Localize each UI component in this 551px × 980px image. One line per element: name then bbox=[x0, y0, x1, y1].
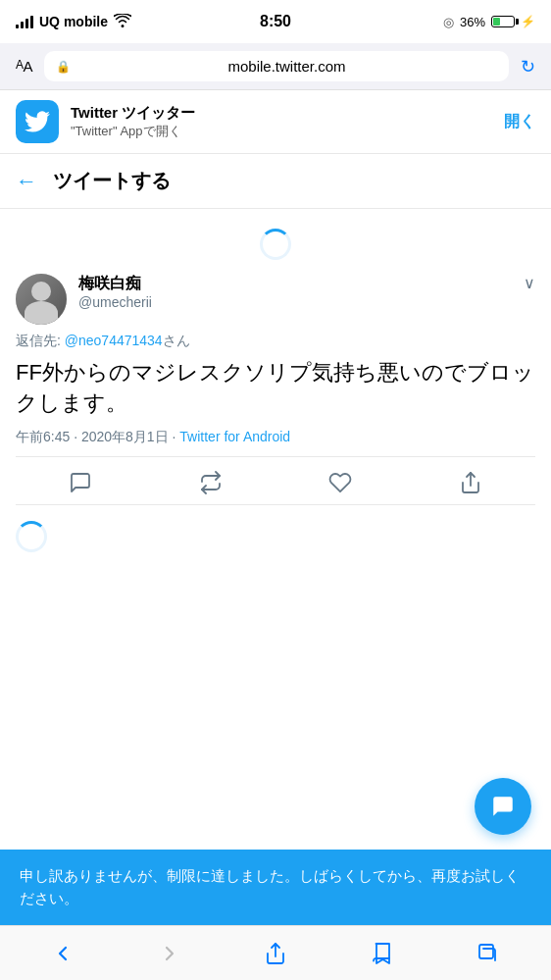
tweet-time: 午前6:45 · 2020年8月1日 · bbox=[16, 429, 179, 444]
user-info: 梅咲白痴 @umecherii bbox=[78, 274, 512, 310]
status-bar: UQ mobile 8:50 ◎ 36% ⚡ bbox=[0, 0, 551, 43]
lock-icon: 🔒 bbox=[56, 60, 71, 74]
twitter-logo bbox=[16, 100, 59, 143]
reply-icon bbox=[69, 471, 92, 494]
tabs-icon bbox=[476, 942, 500, 965]
share-action-button[interactable] bbox=[459, 471, 482, 494]
back-button[interactable]: ← bbox=[16, 169, 37, 194]
twitter-banner-title: Twitter ツイッター bbox=[71, 104, 492, 123]
wifi-icon bbox=[114, 14, 131, 30]
tweet-divider bbox=[16, 456, 535, 457]
error-banner: 申し訳ありませんが、制限に達しました。しばらくしてから、再度お試しください。 bbox=[0, 850, 551, 925]
browser-tabs-button[interactable] bbox=[464, 934, 513, 973]
username: @umecherii bbox=[78, 294, 512, 310]
chevron-down-icon[interactable]: ∨ bbox=[524, 274, 535, 292]
browser-forward-button[interactable] bbox=[145, 934, 194, 973]
like-action-button[interactable] bbox=[328, 471, 352, 494]
browser-share-button[interactable] bbox=[251, 934, 300, 973]
reload-button[interactable]: ↻ bbox=[521, 56, 535, 77]
heart-icon bbox=[328, 471, 352, 494]
loading-spinner-top bbox=[16, 221, 535, 264]
spinner-mid bbox=[16, 521, 47, 552]
battery-icon bbox=[491, 16, 515, 27]
retweet-icon bbox=[199, 471, 223, 494]
status-battery-area: ◎ 36% ⚡ bbox=[443, 15, 535, 29]
forward-chevron-icon bbox=[158, 942, 181, 965]
reply-action-button[interactable] bbox=[69, 471, 92, 494]
url-text: mobile.twitter.com bbox=[76, 58, 497, 75]
twitter-banner-info: Twitter ツイッター "Twitter" Appで開く bbox=[71, 104, 492, 140]
twitter-app-banner: Twitter ツイッター "Twitter" Appで開く 開く bbox=[0, 90, 551, 154]
status-time: 8:50 bbox=[260, 13, 291, 30]
back-chevron-icon bbox=[51, 942, 75, 965]
aa-button[interactable]: AA bbox=[16, 58, 32, 75]
open-app-button[interactable]: 開く bbox=[504, 112, 535, 132]
share-up-icon bbox=[264, 942, 287, 965]
twitter-bird-icon bbox=[25, 109, 50, 134]
tweet-area: 梅咲白痴 @umecherii ∨ 返信先: @neo74471434さん FF… bbox=[0, 209, 551, 505]
compose-icon bbox=[490, 794, 516, 819]
location-icon: ◎ bbox=[443, 15, 454, 29]
compose-button[interactable] bbox=[475, 778, 531, 835]
battery-percent: 36% bbox=[460, 15, 485, 29]
tweet-meta: 午前6:45 · 2020年8月1日 · Twitter for Android bbox=[16, 429, 535, 446]
twitter-banner-subtitle: "Twitter" Appで開く bbox=[71, 123, 492, 140]
page-header: ← ツイートする bbox=[0, 154, 551, 209]
tweet-text: FF外からのマジレスクソリプ気持ち悪いのでブロックします。 bbox=[16, 358, 535, 419]
retweet-action-button[interactable] bbox=[199, 471, 223, 494]
status-carrier: UQ mobile bbox=[16, 14, 133, 30]
reply-to: 返信先: @neo74471434さん bbox=[16, 333, 535, 350]
share-icon bbox=[459, 471, 482, 494]
tweet-source-link[interactable]: Twitter for Android bbox=[179, 429, 290, 444]
action-bar bbox=[16, 461, 535, 505]
browser-address-bar[interactable]: AA 🔒 mobile.twitter.com ↻ bbox=[0, 43, 551, 90]
url-bar[interactable]: 🔒 mobile.twitter.com bbox=[44, 51, 509, 81]
user-avatar[interactable] bbox=[16, 274, 67, 325]
svg-rect-2 bbox=[479, 945, 493, 958]
browser-bookmarks-button[interactable] bbox=[357, 934, 406, 973]
page-title: ツイートする bbox=[53, 168, 171, 194]
charging-icon: ⚡ bbox=[521, 15, 535, 28]
book-icon bbox=[370, 942, 393, 965]
loading-spinner-mid bbox=[0, 505, 551, 552]
signal-icon bbox=[16, 15, 33, 28]
reply-user-link[interactable]: @neo74471434 bbox=[65, 333, 163, 348]
spinner bbox=[260, 229, 291, 260]
display-name: 梅咲白痴 bbox=[78, 274, 512, 294]
tweet-header: 梅咲白痴 @umecherii ∨ bbox=[16, 274, 535, 325]
error-text: 申し訳ありませんが、制限に達しました。しばらくしてから、再度お試しください。 bbox=[20, 867, 520, 906]
browser-back-button[interactable] bbox=[38, 934, 87, 973]
bottom-tab-bar bbox=[0, 925, 551, 980]
